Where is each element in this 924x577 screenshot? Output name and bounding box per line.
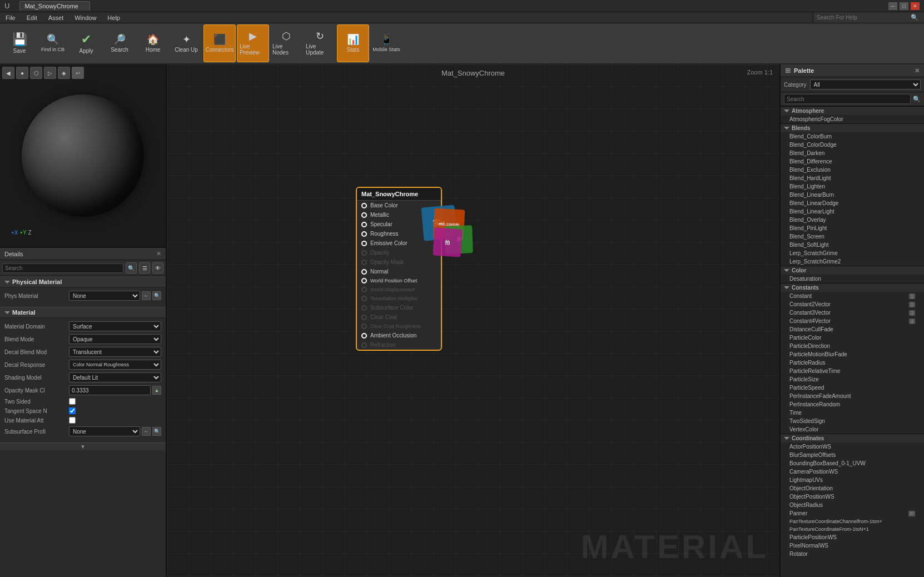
pin-clear-coat-roughness[interactable]: Clear Coat Roughness <box>357 322 441 331</box>
pin-subsurface[interactable]: Subsurface Color <box>357 303 441 312</box>
preview-btn-1[interactable]: ◀ <box>2 67 14 79</box>
menu-window[interactable]: Window <box>72 14 98 22</box>
physical-material-section-header[interactable]: Physical Material <box>0 276 166 287</box>
list-item[interactable]: ParticleDirection <box>781 342 924 350</box>
list-item[interactable]: Constant 1 <box>781 292 924 300</box>
find-in-cb-button[interactable]: 🔍 Find in CB <box>37 24 69 62</box>
stats-button[interactable]: 📊 Stats <box>337 24 369 62</box>
list-item[interactable]: ParticleSpeed <box>781 384 924 392</box>
menu-file[interactable]: File <box>3 14 18 22</box>
details-search-input[interactable] <box>2 263 123 273</box>
list-item[interactable]: Blend_Lighten <box>781 182 924 191</box>
list-item[interactable]: Panner P <box>781 509 924 518</box>
live-nodes-button[interactable]: ⬡ Live Nodes <box>270 24 302 62</box>
list-item[interactable]: Rotator <box>781 550 924 558</box>
menu-help[interactable]: Help <box>105 14 122 22</box>
material-graph-canvas[interactable]: Mat_SnowyChrome Zoom 1:1 Mat_SnowyChrome… <box>167 64 779 577</box>
pin-opacity[interactable]: Opacity <box>357 248 441 257</box>
preview-btn-4[interactable]: ▷ <box>44 67 56 79</box>
list-item[interactable]: Blend_SoftLight <box>781 241 924 249</box>
preview-btn-5[interactable]: ◈ <box>58 67 70 79</box>
list-item[interactable]: Blend_ColorBurn <box>781 132 924 141</box>
home-button[interactable]: 🏠 Home <box>137 24 169 62</box>
category-select[interactable]: All <box>810 79 921 89</box>
pin-normal[interactable]: Normal <box>357 267 441 276</box>
palette-section-color[interactable]: Color <box>781 266 924 275</box>
list-item[interactable]: BlurSampleOffsets <box>781 451 924 459</box>
subsurface-search-btn[interactable]: 🔍 <box>152 427 161 436</box>
pin-ambient-occlusion[interactable]: Ambient Occlusion <box>357 331 441 340</box>
palette-search-input[interactable] <box>784 94 911 104</box>
details-search-btn[interactable]: 🔍 <box>126 262 137 273</box>
list-item[interactable]: ObjectRadius <box>781 501 924 509</box>
list-item[interactable]: Lerp_ScratchGrime2 <box>781 257 924 266</box>
preview-btn-3[interactable]: ⬡ <box>30 67 42 79</box>
live-update-button[interactable]: ↻ Live Update <box>304 24 336 62</box>
list-item[interactable]: Constant4Vector 4 <box>781 317 924 325</box>
pin-clear-coat[interactable]: Clear Coat <box>357 312 441 322</box>
material-domain-select[interactable]: Surface <box>69 321 161 331</box>
list-item[interactable]: ActorPositionWS <box>781 442 924 451</box>
list-item[interactable]: Lerp_ScratchGrime <box>781 249 924 257</box>
close-btn[interactable]: ✕ <box>911 2 920 10</box>
list-item[interactable]: VertexColor <box>781 425 924 434</box>
palette-section-constants[interactable]: Constants <box>781 283 924 292</box>
decal-blend-select[interactable]: Translucent <box>69 347 161 357</box>
details-eye-btn[interactable]: 👁 <box>152 262 163 273</box>
list-item[interactable]: CameraPositionWS <box>781 467 924 476</box>
pin-refraction[interactable]: Refraction <box>357 340 441 350</box>
tangent-space-checkbox[interactable] <box>69 407 76 414</box>
list-item[interactable]: ObjectOrientation <box>781 484 924 493</box>
connectors-button[interactable]: ⬛ Connectors <box>203 24 236 62</box>
pin-opacity-mask[interactable]: Opacity Mask <box>357 257 441 267</box>
list-item[interactable]: Blend_Screen <box>781 232 924 241</box>
save-button[interactable]: 💾 Save <box>3 24 36 62</box>
list-item[interactable]: ObjectPositionWS <box>781 493 924 501</box>
search-button[interactable]: 🔎 Search <box>103 24 136 62</box>
palette-item-atmosphericfogcolor[interactable]: AtmosphericFogColor <box>781 115 924 123</box>
list-item[interactable]: Blend_PinLight <box>781 224 924 232</box>
two-sided-checkbox[interactable] <box>69 398 76 405</box>
use-material-att-checkbox[interactable] <box>69 417 76 424</box>
list-item[interactable]: ParticleRelativeTime <box>781 367 924 375</box>
blend-mode-select[interactable]: Opaque <box>69 334 161 344</box>
list-item[interactable]: PerInstanceFadeAmount <box>781 392 924 400</box>
material-section-header[interactable]: Material <box>0 307 166 318</box>
list-item[interactable]: ParticlePositionWS <box>781 533 924 541</box>
preview-btn-6[interactable]: ↩ <box>72 67 84 79</box>
menu-edit[interactable]: Edit <box>24 14 39 22</box>
palette-close-icon[interactable]: ✕ <box>915 67 920 74</box>
list-item[interactable]: Blend_LinearBurn <box>781 191 924 199</box>
list-item[interactable]: Blend_Exclusion <box>781 166 924 174</box>
list-item[interactable]: ParticleRadius <box>781 359 924 367</box>
list-item[interactable]: ParticleColor <box>781 334 924 342</box>
list-item[interactable]: TwoSidedSign <box>781 417 924 425</box>
list-item[interactable]: Blend_ColorDodge <box>781 141 924 149</box>
opacity-mask-input[interactable] <box>69 385 151 395</box>
pin-world-displacement[interactable]: World Displacement <box>357 285 441 294</box>
list-item[interactable]: ParticleMotionBlurFade <box>781 350 924 359</box>
menu-asset[interactable]: Asset <box>46 14 66 22</box>
cleanup-button[interactable]: ✦ Clean Up <box>170 24 202 62</box>
pin-world-pos-offset[interactable]: World Position Offset <box>357 276 441 285</box>
palette-section-blends[interactable]: Blends <box>781 123 924 132</box>
preview-btn-2[interactable]: ● <box>16 67 28 79</box>
live-preview-button[interactable]: ▶ Live Preview <box>237 24 269 62</box>
mobile-stats-button[interactable]: 📱 Mobile Stats <box>370 24 403 62</box>
details-close-icon[interactable]: ✕ <box>156 250 161 257</box>
maximize-btn[interactable]: □ <box>900 2 908 10</box>
list-item[interactable]: PanTextureCoordinateChannelfrom-1ton+ <box>781 518 924 525</box>
details-header[interactable]: Details ✕ <box>0 248 166 260</box>
list-item[interactable]: Blend_Darken <box>781 149 924 157</box>
list-item[interactable]: Blend_Difference <box>781 157 924 166</box>
subsurface-reset-btn[interactable]: ← <box>142 427 151 436</box>
list-item[interactable]: PerInstanceRandom <box>781 400 924 409</box>
tab-label[interactable]: Mat_SnowyChrome <box>19 1 90 11</box>
palette-section-coordinates[interactable]: Coordinates <box>781 434 924 442</box>
list-item[interactable]: ParticleSize <box>781 375 924 384</box>
phys-material-select[interactable]: None <box>69 291 140 301</box>
list-item[interactable]: Time <box>781 409 924 417</box>
list-item[interactable]: LightmapUVs <box>781 476 924 484</box>
list-item[interactable]: PixelNormalWS <box>781 541 924 550</box>
list-item[interactable]: PanTextureCoordinateFrom-1toN+1 <box>781 525 924 533</box>
